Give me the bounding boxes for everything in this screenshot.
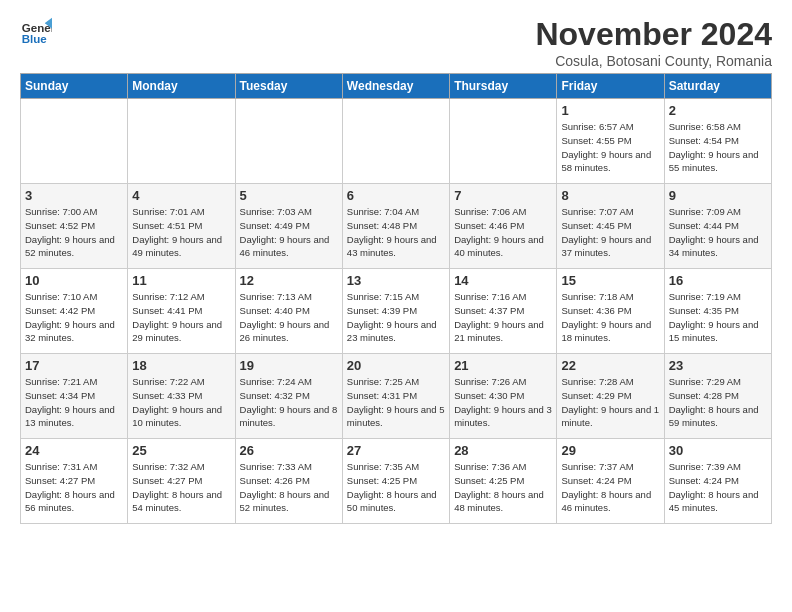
day-number: 30 [669, 443, 767, 458]
calendar-cell [450, 99, 557, 184]
col-wednesday: Wednesday [342, 74, 449, 99]
header-row: Sunday Monday Tuesday Wednesday Thursday… [21, 74, 772, 99]
calendar-cell: 21Sunrise: 7:26 AM Sunset: 4:30 PM Dayli… [450, 354, 557, 439]
calendar-cell: 1Sunrise: 6:57 AM Sunset: 4:55 PM Daylig… [557, 99, 664, 184]
cell-text: Sunrise: 7:28 AM Sunset: 4:29 PM Dayligh… [561, 375, 659, 430]
cell-text: Sunrise: 7:00 AM Sunset: 4:52 PM Dayligh… [25, 205, 123, 260]
cell-text: Sunrise: 7:19 AM Sunset: 4:35 PM Dayligh… [669, 290, 767, 345]
day-number: 5 [240, 188, 338, 203]
calendar-cell: 7Sunrise: 7:06 AM Sunset: 4:46 PM Daylig… [450, 184, 557, 269]
main-title: November 2024 [535, 16, 772, 53]
cell-text: Sunrise: 7:33 AM Sunset: 4:26 PM Dayligh… [240, 460, 338, 515]
calendar-cell: 24Sunrise: 7:31 AM Sunset: 4:27 PM Dayli… [21, 439, 128, 524]
day-number: 20 [347, 358, 445, 373]
calendar-table: Sunday Monday Tuesday Wednesday Thursday… [20, 73, 772, 524]
day-number: 24 [25, 443, 123, 458]
col-thursday: Thursday [450, 74, 557, 99]
calendar-cell: 16Sunrise: 7:19 AM Sunset: 4:35 PM Dayli… [664, 269, 771, 354]
calendar-cell: 12Sunrise: 7:13 AM Sunset: 4:40 PM Dayli… [235, 269, 342, 354]
calendar-cell: 15Sunrise: 7:18 AM Sunset: 4:36 PM Dayli… [557, 269, 664, 354]
calendar-cell: 3Sunrise: 7:00 AM Sunset: 4:52 PM Daylig… [21, 184, 128, 269]
calendar-cell [235, 99, 342, 184]
calendar-cell: 6Sunrise: 7:04 AM Sunset: 4:48 PM Daylig… [342, 184, 449, 269]
calendar-cell: 25Sunrise: 7:32 AM Sunset: 4:27 PM Dayli… [128, 439, 235, 524]
cell-text: Sunrise: 7:04 AM Sunset: 4:48 PM Dayligh… [347, 205, 445, 260]
day-number: 17 [25, 358, 123, 373]
day-number: 4 [132, 188, 230, 203]
day-number: 10 [25, 273, 123, 288]
calendar-cell: 2Sunrise: 6:58 AM Sunset: 4:54 PM Daylig… [664, 99, 771, 184]
calendar-week-1: 3Sunrise: 7:00 AM Sunset: 4:52 PM Daylig… [21, 184, 772, 269]
calendar-cell: 29Sunrise: 7:37 AM Sunset: 4:24 PM Dayli… [557, 439, 664, 524]
cell-text: Sunrise: 7:25 AM Sunset: 4:31 PM Dayligh… [347, 375, 445, 430]
subtitle: Cosula, Botosani County, Romania [535, 53, 772, 69]
day-number: 23 [669, 358, 767, 373]
col-tuesday: Tuesday [235, 74, 342, 99]
calendar-cell: 4Sunrise: 7:01 AM Sunset: 4:51 PM Daylig… [128, 184, 235, 269]
calendar-cell: 22Sunrise: 7:28 AM Sunset: 4:29 PM Dayli… [557, 354, 664, 439]
cell-text: Sunrise: 7:37 AM Sunset: 4:24 PM Dayligh… [561, 460, 659, 515]
calendar-week-0: 1Sunrise: 6:57 AM Sunset: 4:55 PM Daylig… [21, 99, 772, 184]
day-number: 8 [561, 188, 659, 203]
day-number: 3 [25, 188, 123, 203]
page: General Blue November 2024 Cosula, Botos… [0, 0, 792, 540]
calendar-cell: 20Sunrise: 7:25 AM Sunset: 4:31 PM Dayli… [342, 354, 449, 439]
day-number: 2 [669, 103, 767, 118]
cell-text: Sunrise: 7:24 AM Sunset: 4:32 PM Dayligh… [240, 375, 338, 430]
calendar-cell: 26Sunrise: 7:33 AM Sunset: 4:26 PM Dayli… [235, 439, 342, 524]
cell-text: Sunrise: 7:03 AM Sunset: 4:49 PM Dayligh… [240, 205, 338, 260]
svg-text:Blue: Blue [22, 33, 48, 45]
cell-text: Sunrise: 7:35 AM Sunset: 4:25 PM Dayligh… [347, 460, 445, 515]
col-sunday: Sunday [21, 74, 128, 99]
day-number: 27 [347, 443, 445, 458]
cell-text: Sunrise: 7:18 AM Sunset: 4:36 PM Dayligh… [561, 290, 659, 345]
calendar-cell: 5Sunrise: 7:03 AM Sunset: 4:49 PM Daylig… [235, 184, 342, 269]
calendar-cell: 13Sunrise: 7:15 AM Sunset: 4:39 PM Dayli… [342, 269, 449, 354]
day-number: 21 [454, 358, 552, 373]
cell-text: Sunrise: 7:32 AM Sunset: 4:27 PM Dayligh… [132, 460, 230, 515]
cell-text: Sunrise: 6:57 AM Sunset: 4:55 PM Dayligh… [561, 120, 659, 175]
calendar-cell [128, 99, 235, 184]
col-saturday: Saturday [664, 74, 771, 99]
calendar-cell [21, 99, 128, 184]
day-number: 22 [561, 358, 659, 373]
cell-text: Sunrise: 7:36 AM Sunset: 4:25 PM Dayligh… [454, 460, 552, 515]
cell-text: Sunrise: 7:06 AM Sunset: 4:46 PM Dayligh… [454, 205, 552, 260]
day-number: 19 [240, 358, 338, 373]
cell-text: Sunrise: 7:21 AM Sunset: 4:34 PM Dayligh… [25, 375, 123, 430]
calendar-cell: 11Sunrise: 7:12 AM Sunset: 4:41 PM Dayli… [128, 269, 235, 354]
cell-text: Sunrise: 7:26 AM Sunset: 4:30 PM Dayligh… [454, 375, 552, 430]
day-number: 6 [347, 188, 445, 203]
cell-text: Sunrise: 7:01 AM Sunset: 4:51 PM Dayligh… [132, 205, 230, 260]
logo: General Blue [20, 16, 52, 48]
calendar-week-3: 17Sunrise: 7:21 AM Sunset: 4:34 PM Dayli… [21, 354, 772, 439]
calendar-cell [342, 99, 449, 184]
calendar-week-2: 10Sunrise: 7:10 AM Sunset: 4:42 PM Dayli… [21, 269, 772, 354]
col-friday: Friday [557, 74, 664, 99]
day-number: 26 [240, 443, 338, 458]
cell-text: Sunrise: 7:12 AM Sunset: 4:41 PM Dayligh… [132, 290, 230, 345]
day-number: 13 [347, 273, 445, 288]
day-number: 15 [561, 273, 659, 288]
calendar-cell: 19Sunrise: 7:24 AM Sunset: 4:32 PM Dayli… [235, 354, 342, 439]
day-number: 16 [669, 273, 767, 288]
day-number: 11 [132, 273, 230, 288]
calendar-cell: 28Sunrise: 7:36 AM Sunset: 4:25 PM Dayli… [450, 439, 557, 524]
calendar-cell: 8Sunrise: 7:07 AM Sunset: 4:45 PM Daylig… [557, 184, 664, 269]
title-block: November 2024 Cosula, Botosani County, R… [535, 16, 772, 69]
cell-text: Sunrise: 7:16 AM Sunset: 4:37 PM Dayligh… [454, 290, 552, 345]
cell-text: Sunrise: 7:13 AM Sunset: 4:40 PM Dayligh… [240, 290, 338, 345]
cell-text: Sunrise: 7:29 AM Sunset: 4:28 PM Dayligh… [669, 375, 767, 430]
calendar-cell: 18Sunrise: 7:22 AM Sunset: 4:33 PM Dayli… [128, 354, 235, 439]
calendar-cell: 14Sunrise: 7:16 AM Sunset: 4:37 PM Dayli… [450, 269, 557, 354]
cell-text: Sunrise: 7:22 AM Sunset: 4:33 PM Dayligh… [132, 375, 230, 430]
cell-text: Sunrise: 7:15 AM Sunset: 4:39 PM Dayligh… [347, 290, 445, 345]
day-number: 12 [240, 273, 338, 288]
day-number: 14 [454, 273, 552, 288]
calendar-cell: 9Sunrise: 7:09 AM Sunset: 4:44 PM Daylig… [664, 184, 771, 269]
calendar-cell: 17Sunrise: 7:21 AM Sunset: 4:34 PM Dayli… [21, 354, 128, 439]
day-number: 7 [454, 188, 552, 203]
col-monday: Monday [128, 74, 235, 99]
calendar-cell: 30Sunrise: 7:39 AM Sunset: 4:24 PM Dayli… [664, 439, 771, 524]
calendar-week-4: 24Sunrise: 7:31 AM Sunset: 4:27 PM Dayli… [21, 439, 772, 524]
